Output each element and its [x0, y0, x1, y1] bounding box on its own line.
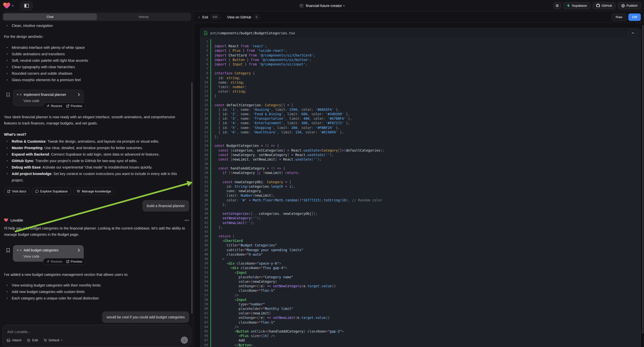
chevron-down-icon: ▾ — [61, 339, 62, 342]
preview-label: Preview — [71, 260, 82, 263]
version-card-add-budget-categories[interactable]: < > Add budget categories View code ↺ Re… — [13, 245, 84, 262]
sliders-icon — [44, 338, 47, 342]
chat-scrollbar[interactable] — [192, 82, 192, 314]
restore-label: Restore — [51, 260, 62, 263]
code-line: 67 Add — [200, 338, 640, 342]
version-card-implement-financial-planner[interactable]: < > Implement financial planner View cod… — [13, 90, 84, 106]
collapse-file-button[interactable] — [628, 30, 638, 36]
lovable-logo-icon[interactable] — [3, 2, 10, 9]
logo-chevron-down-icon[interactable]: ▾ — [12, 4, 14, 8]
github-icon — [596, 4, 600, 8]
explore-supabase-button[interactable]: Explore Supabase — [32, 188, 71, 195]
g-key-badge: G — [254, 15, 260, 20]
code-line: 38 — [200, 207, 640, 211]
mode-label: Default — [49, 338, 60, 342]
code-line: 49 > — [200, 257, 640, 261]
send-button[interactable]: ↑ — [181, 336, 188, 344]
code-line: 7 — [200, 66, 640, 71]
reply-bullet-list: View existing budget categories with the… — [4, 282, 189, 302]
code-line: 17 { id: '2', name: 'Food & Dining', lim… — [200, 112, 640, 116]
visit-docs-button[interactable]: Visit docs — [4, 188, 30, 195]
code-line: 66 <Plus size={16} /> — [200, 334, 640, 338]
raw-toggle-button[interactable]: Raw — [612, 14, 626, 21]
preview-button[interactable]: Preview — [66, 104, 82, 108]
assistant-header: Lovable ••• — [4, 218, 189, 222]
github-button[interactable]: GitHub — [593, 2, 616, 9]
diff-toggle-button[interactable]: Diff — [628, 14, 641, 21]
code-line: 2import React from 'react'; — [200, 44, 640, 48]
preview-button[interactable]: Preview — [66, 260, 82, 263]
file-header[interactable]: src/components/budget/BudgetCategories.t… — [200, 28, 640, 38]
code-lines[interactable]: 12import React from 'react';3import { Pl… — [200, 38, 640, 347]
chat-input[interactable]: Ask Lovable... — [7, 330, 30, 334]
publish-button[interactable]: Publish — [618, 2, 641, 9]
project-switcher[interactable]: financial-future-creator ▾ — [299, 0, 344, 12]
tab-chat[interactable]: Chat — [3, 14, 97, 20]
code-line: 31 — [200, 175, 640, 180]
code-line: 50 <div className="space-y-6"> — [200, 261, 640, 266]
view-code-link[interactable]: View code — [24, 99, 80, 103]
bookmark-icon[interactable] — [6, 92, 10, 97]
list-item: Refine & Customize: Tweak the design, an… — [4, 138, 189, 144]
code-line: 51 <div className="flex gap-4"> — [200, 266, 640, 270]
code-line: 42 }; — [200, 225, 640, 230]
external-link-icon — [7, 190, 10, 193]
design-heading: For the design aesthetic: — [4, 33, 189, 40]
list-item: Master Prompting: Use clear, detailed, a… — [4, 144, 189, 151]
view-on-github-link[interactable]: View on GitHub — [227, 15, 251, 19]
version-card-title: Add budget categories — [24, 248, 76, 252]
restore-icon: ↺ — [46, 104, 49, 108]
message-menu-button[interactable]: ••• — [184, 218, 189, 222]
esc-key-badge: ESC — [210, 15, 220, 20]
chevron-right-icon — [78, 93, 80, 96]
restore-label: Restore — [51, 104, 62, 108]
code-panel-header: ‹ Exit ESC View on GitHub G Raw Diff — [194, 12, 644, 23]
chat-panel: Chat History Clean, intuitive navigation… — [0, 12, 194, 347]
code-line: 24›const BudgetCategories = () => { — [200, 144, 640, 148]
list-item: View existing budget categories with the… — [4, 282, 189, 288]
code-line: 58 <Input — [200, 298, 640, 302]
manage-knowledge-button[interactable]: Manage knowledge — [74, 188, 114, 195]
code-line: 4import ChartCard from '@/components/ui/… — [200, 53, 640, 58]
settings-button[interactable]: ⚙ — [554, 2, 561, 9]
code-line: 3import { Plus } from 'lucide-react'; — [200, 48, 640, 53]
view-code-link[interactable]: View code — [24, 254, 80, 258]
top-bullet-list: Clean, intuitive navigation — [4, 22, 189, 29]
code-line: 30 if (!newCategory || !newLimit) return… — [200, 170, 640, 175]
code-panel: ‹ Exit ESC View on GitHub G Raw Diff — [194, 12, 644, 347]
code-line: 11 limit: number; — [200, 85, 640, 89]
file-path: src/components/budget/BudgetCategories.t… — [210, 31, 295, 35]
code-line: 57 /> — [200, 293, 640, 298]
back-chevron-icon[interactable]: ‹ — [198, 15, 200, 20]
explore-supabase-label: Explore Supabase — [40, 190, 68, 193]
exit-button[interactable]: Exit — [202, 15, 208, 19]
supabase-button[interactable]: Supabase — [563, 2, 590, 9]
target-icon — [27, 338, 30, 342]
code-line: 29› const handleAddCategory = () => { — [200, 166, 640, 170]
assistant-reply: I'll help you add budget categories to t… — [4, 225, 189, 238]
restore-button[interactable]: ↺ Restore — [46, 104, 62, 108]
project-title: financial-future-creator — [306, 4, 342, 8]
code-scrollbar[interactable] — [642, 25, 644, 334]
chat-composer[interactable]: Ask Lovable... Attach — [2, 325, 191, 346]
design-bullet-list: Minimalist interface with plenty of whit… — [4, 44, 189, 83]
bookmark-icon[interactable] — [6, 248, 10, 253]
code-line: 8›interface Category { — [200, 71, 640, 76]
tab-history[interactable]: History — [97, 14, 190, 20]
list-item: Subtle animations and transitions — [4, 51, 189, 57]
chevron-up-icon — [632, 32, 634, 34]
code-line: 33 id: String(categories.length + 1), — [200, 184, 640, 189]
code-line: 18 { id: '3', name: 'Transportation', li… — [200, 116, 640, 121]
attach-image-icon — [7, 338, 10, 342]
code-line: 21 { id: '6', name: 'Healthcare', limit:… — [200, 130, 640, 134]
edit-button[interactable]: Edit — [27, 338, 38, 342]
code-line: 27 const [newLimit, setNewLimit] = React… — [200, 157, 640, 162]
preview-label: Preview — [71, 104, 82, 108]
list-item: Add project knowledge: Set key context o… — [4, 170, 189, 184]
list-item: Soft, neutral color palette with light b… — [4, 57, 189, 64]
toggle-sidebar-button[interactable] — [20, 1, 32, 10]
mode-selector[interactable]: Default ▾ — [44, 338, 62, 342]
restore-button[interactable]: ↺ Restore — [46, 260, 62, 263]
version-card-row: < > Implement financial planner View cod… — [6, 90, 189, 106]
attach-button[interactable]: Attach — [7, 338, 22, 342]
